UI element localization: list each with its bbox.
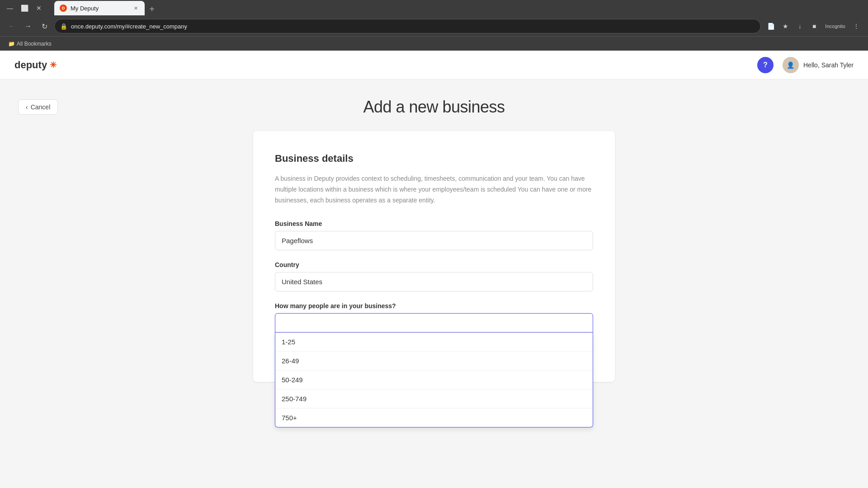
back-button[interactable]: ←	[5, 20, 18, 33]
business-name-label: Business Name	[275, 220, 593, 227]
tab-close-button[interactable]: ✕	[132, 5, 139, 12]
app-container: deputy✳ ? 👤 Hello, Sarah Tyler ‹ Cancel …	[0, 51, 868, 472]
people-input[interactable]	[275, 313, 593, 333]
lock-icon: 🔒	[60, 23, 67, 30]
menu-button[interactable]: ⋮	[850, 20, 863, 33]
bookmarks-label: All Bookmarks	[17, 41, 52, 47]
avatar-icon: 👤	[787, 61, 794, 69]
reader-mode-button[interactable]: 📄	[764, 20, 777, 33]
form-section-title: Business details	[275, 153, 593, 164]
window-controls: — ⬜ ✕	[4, 2, 45, 14]
download-button[interactable]: ↓	[793, 20, 806, 33]
form-description: A business in Deputy provides context to…	[275, 174, 593, 206]
browser-chrome: — ⬜ ✕ D My Deputy ✕ + ← → ↻ 🔒 once.deput…	[0, 0, 868, 51]
help-icon: ?	[763, 61, 768, 69]
user-greeting: Hello, Sarah Tyler	[803, 61, 854, 69]
header-right: ? 👤 Hello, Sarah Tyler	[757, 57, 854, 73]
country-label: Country	[275, 261, 593, 268]
tab-bar: D My Deputy ✕ +	[51, 1, 162, 15]
active-tab[interactable]: D My Deputy ✕	[54, 1, 145, 15]
form-card: Business details A business in Deputy pr…	[253, 131, 615, 382]
refresh-button[interactable]: ↻	[38, 20, 51, 33]
all-bookmarks-folder[interactable]: 📁 All Bookmarks	[5, 40, 54, 48]
country-input[interactable]	[275, 272, 593, 291]
url-text: once.deputy.com/my/#create_new_company	[71, 23, 755, 30]
app-header: deputy✳ ? 👤 Hello, Sarah Tyler	[0, 51, 868, 80]
people-dropdown-list: 1-25 26-49 50-249 250-749 750+	[275, 333, 593, 427]
chevron-left-icon: ‹	[26, 103, 28, 111]
bookmarks-bar: 📁 All Bookmarks	[0, 36, 868, 51]
people-group: How many people are in your business? 1-…	[275, 302, 593, 333]
country-group: Country	[275, 261, 593, 291]
new-tab-button[interactable]: +	[146, 3, 158, 15]
cancel-button[interactable]: ‹ Cancel	[18, 99, 58, 115]
tab-favicon: D	[60, 5, 67, 12]
dropdown-option-26-49[interactable]: 26-49	[275, 352, 593, 371]
user-info[interactable]: 👤 Hello, Sarah Tyler	[783, 57, 854, 73]
page-content: ‹ Cancel Add a new business Business det…	[0, 80, 868, 472]
dropdown-option-750-plus[interactable]: 750+	[275, 408, 593, 427]
dropdown-option-1-25[interactable]: 1-25	[275, 333, 593, 352]
dropdown-option-50-249[interactable]: 50-249	[275, 371, 593, 389]
browser-titlebar: — ⬜ ✕ D My Deputy ✕ +	[0, 0, 868, 16]
folder-icon: 📁	[8, 41, 15, 47]
browser-toolbar: ← → ↻ 🔒 once.deputy.com/my/#create_new_c…	[0, 16, 868, 36]
maximize-button[interactable]: ⬜	[18, 2, 31, 14]
minimize-button[interactable]: —	[4, 2, 16, 14]
business-name-input[interactable]	[275, 231, 593, 250]
dropdown-option-250-749[interactable]: 250-749	[275, 389, 593, 408]
incognito-label[interactable]: Incognito	[822, 20, 848, 33]
toolbar-actions: 📄 ★ ↓ ■ Incognito ⋮	[764, 20, 863, 33]
close-button[interactable]: ✕	[33, 2, 45, 14]
tab-title: My Deputy	[71, 5, 128, 12]
avatar: 👤	[783, 57, 799, 73]
people-dropdown-container: 1-25 26-49 50-249 250-749 750+	[275, 313, 593, 333]
page-header: ‹ Cancel Add a new business	[9, 98, 859, 117]
bookmark-button[interactable]: ★	[779, 20, 792, 33]
logo-star-icon: ✳	[50, 60, 57, 70]
business-name-group: Business Name	[275, 220, 593, 250]
people-label: How many people are in your business?	[275, 302, 593, 310]
cancel-label: Cancel	[31, 103, 51, 111]
forward-button[interactable]: →	[22, 20, 34, 33]
page-title: Add a new business	[9, 98, 859, 117]
logo-text: deputy	[14, 59, 47, 71]
help-button[interactable]: ?	[757, 57, 774, 73]
extensions-button[interactable]: ■	[808, 20, 821, 33]
address-bar[interactable]: 🔒 once.deputy.com/my/#create_new_company	[54, 19, 761, 33]
deputy-logo: deputy✳	[14, 59, 57, 71]
